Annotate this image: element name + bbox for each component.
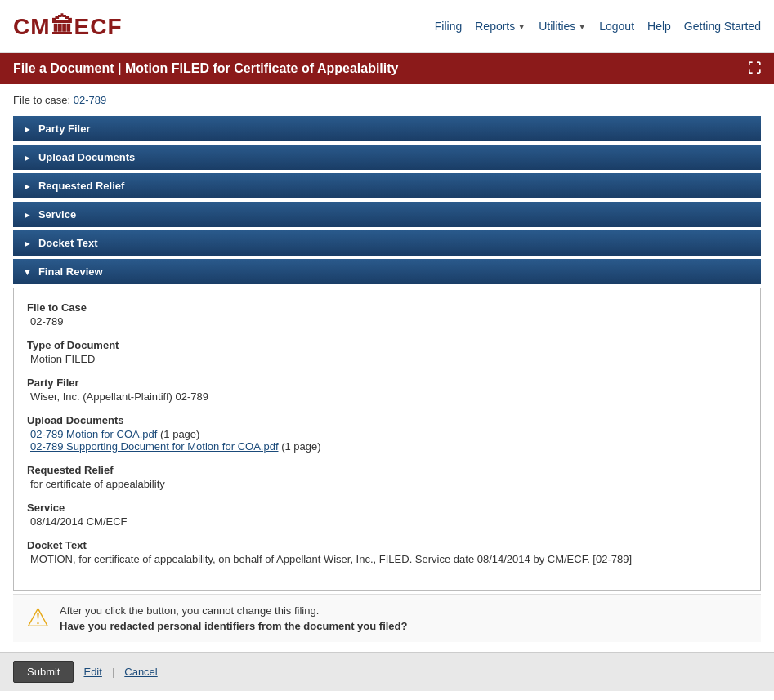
accordion-upload-documents: ► Upload Documents (13, 145, 761, 170)
utilities-dropdown-icon: ▼ (578, 22, 586, 31)
review-relief-label: Requested Relief (27, 464, 747, 476)
page-title: File a Document | Motion FILED for Certi… (13, 61, 398, 76)
edit-link[interactable]: Edit (83, 666, 101, 678)
warning-line1: After you click the button, you cannot c… (60, 604, 407, 617)
review-upload-label: Upload Documents (27, 414, 747, 426)
nav-filing[interactable]: Filing (435, 20, 462, 33)
review-party-label: Party Filer (27, 377, 747, 389)
arrow-right-icon: ► (23, 124, 32, 134)
review-relief-value: for certificate of appealability (27, 478, 747, 490)
accordion-service: ► Service (13, 202, 761, 227)
review-upload-doc2: 02-789 Supporting Document for Motion fo… (27, 440, 747, 453)
file-to-case-label: File to case: 02-789 (13, 94, 761, 106)
review-file-to-case: File to Case 02-789 (27, 301, 747, 328)
nav-help[interactable]: Help (647, 20, 671, 33)
submit-button[interactable]: Submit (13, 661, 74, 683)
review-type-value: Motion FILED (27, 353, 747, 365)
expand-icon[interactable]: ⛶ (748, 61, 761, 76)
nav-logout[interactable]: Logout (599, 20, 634, 33)
warning-text: After you click the button, you cannot c… (60, 604, 407, 632)
page-title-bar: File a Document | Motion FILED for Certi… (0, 53, 774, 84)
nav-area: Filing Reports ▼ Utilities ▼ Logout Help… (435, 20, 761, 33)
main-content: File to case: 02-789 ► Party Filer ► Upl… (0, 84, 774, 652)
warning-section: ⚠ After you click the button, you cannot… (13, 594, 761, 642)
warning-icon: ⚠ (26, 604, 50, 631)
accordion-requested-relief: ► Requested Relief (13, 173, 761, 198)
nav-utilities[interactable]: Utilities ▼ (539, 20, 586, 33)
accordion-header-final-review[interactable]: ▼ Final Review (13, 259, 761, 284)
accordion-header-requested-relief[interactable]: ► Requested Relief (13, 173, 761, 198)
review-type-of-document: Type of Document Motion FILED (27, 339, 747, 365)
case-number-link[interactable]: 02-789 (74, 94, 106, 106)
accordion-docket-text: ► Docket Text (13, 230, 761, 256)
review-upload-documents: Upload Documents 02-789 Motion for COA.p… (27, 414, 747, 453)
accordion-party-filer: ► Party Filer (13, 116, 761, 141)
review-docket-text: Docket Text MOTION, for certificate of a… (27, 539, 747, 565)
review-service-value: 08/14/2014 CM/ECF (27, 515, 747, 528)
doc2-pages: (1 page) (281, 440, 320, 453)
nav-reports[interactable]: Reports ▼ (475, 20, 526, 33)
nav-getting-started[interactable]: Getting Started (684, 20, 761, 33)
logo-text: CM🏛ECF (13, 13, 123, 40)
separator: | (112, 666, 114, 678)
review-requested-relief: Requested Relief for certificate of appe… (27, 464, 747, 490)
review-party-value: Wiser, Inc. (Appellant-Plaintiff) 02-789 (27, 390, 747, 403)
arrow-right-icon: ► (23, 153, 32, 163)
review-party-filer: Party Filer Wiser, Inc. (Appellant-Plain… (27, 377, 747, 403)
warning-line2: Have you redacted personal identifiers f… (60, 620, 407, 632)
review-file-to-case-value: 02-789 (27, 315, 747, 328)
cancel-link[interactable]: Cancel (124, 666, 157, 678)
accordion-header-service[interactable]: ► Service (13, 202, 761, 227)
review-docket-label: Docket Text (27, 539, 747, 551)
arrow-right-icon: ► (23, 210, 32, 220)
header: CM🏛ECF Filing Reports ▼ Utilities ▼ Logo… (0, 0, 774, 53)
review-file-to-case-label: File to Case (27, 301, 747, 314)
review-docket-value: MOTION, for certificate of appealability… (27, 553, 747, 565)
review-service-label: Service (27, 502, 747, 514)
accordion-final-review: ▼ Final Review File to Case 02-789 Type … (13, 259, 761, 591)
final-review-content: File to Case 02-789 Type of Document Mot… (13, 288, 761, 591)
doc2-link[interactable]: 02-789 Supporting Document for Motion fo… (30, 440, 279, 453)
accordion-header-party-filer[interactable]: ► Party Filer (13, 116, 761, 141)
review-upload-doc1: 02-789 Motion for COA.pdf (1 page) (27, 428, 747, 440)
accordion-header-upload-documents[interactable]: ► Upload Documents (13, 145, 761, 170)
review-type-label: Type of Document (27, 339, 747, 351)
logo-area: CM🏛ECF (13, 13, 435, 40)
footer-buttons: Submit Edit | Cancel (0, 652, 774, 691)
doc1-link[interactable]: 02-789 Motion for COA.pdf (30, 428, 157, 440)
reports-dropdown-icon: ▼ (517, 22, 526, 31)
review-service: Service 08/14/2014 CM/ECF (27, 502, 747, 528)
arrow-right-icon: ► (23, 239, 32, 248)
arrow-right-icon: ► (23, 181, 32, 191)
doc1-pages: (1 page) (160, 428, 199, 440)
accordion-header-docket-text[interactable]: ► Docket Text (13, 230, 761, 256)
arrow-down-icon: ▼ (23, 267, 32, 277)
